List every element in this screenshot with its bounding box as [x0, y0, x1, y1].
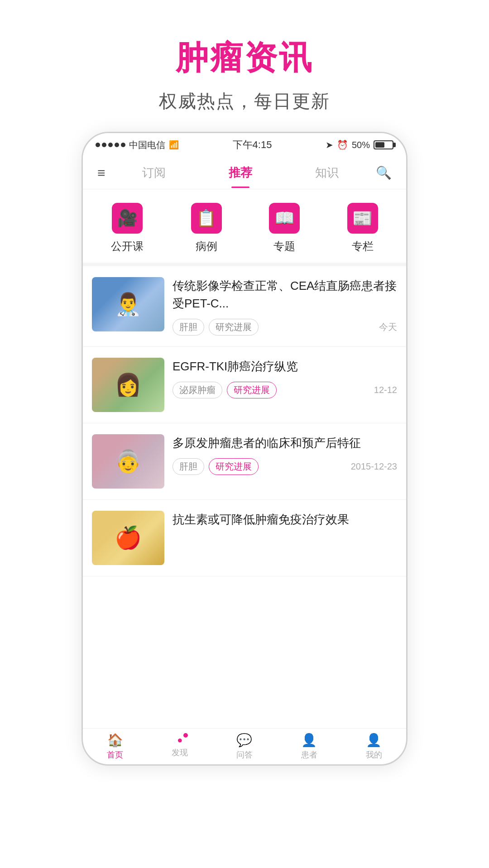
article-thumb-2: [92, 358, 164, 412]
tag-research-2: 研究进展: [227, 382, 277, 398]
article-meta-2: 泌尿肿瘤 研究进展 12-12: [173, 382, 397, 398]
topic-label: 专题: [273, 239, 295, 254]
qa-label: 问答: [236, 749, 253, 760]
tab-subscribe[interactable]: 订阅: [111, 165, 197, 181]
article-content-1: 传统影像学检查正常、CEA结直肠癌患者接受PET-C... 肝胆 研究进展 今天: [173, 277, 397, 336]
search-icon[interactable]: 🔍: [370, 165, 397, 180]
open-course-label: 公开课: [111, 239, 144, 254]
status-bar: 中国电信 📶 下午4:15 ➤ ⏰ 50%: [83, 133, 406, 157]
article-item-4[interactable]: 抗生素或可降低肿瘤免疫治疗效果: [83, 500, 406, 576]
signal-dots: [96, 143, 125, 147]
article-meta-3: 肝胆 研究进展 2015-12-23: [173, 458, 397, 475]
article-title-1: 传统影像学检查正常、CEA结直肠癌患者接受PET-C...: [173, 277, 397, 312]
bottom-nav: 🏠 首页 ● 发现 💬 问答 👤 患者 👤 我的: [83, 728, 406, 764]
phone-shell: 中国电信 📶 下午4:15 ➤ ⏰ 50% ≡ 订阅 推荐 知识 🔍 🎥 公开课…: [82, 132, 408, 766]
column-label: 专栏: [352, 239, 374, 254]
tab-knowledge[interactable]: 知识: [284, 165, 370, 181]
article-item-2[interactable]: EGFR-TKI肺癌治疗纵览 泌尿肿瘤 研究进展 12-12: [83, 347, 406, 423]
category-row: 🎥 公开课 📋 病例 📖 专题 📰 专栏: [83, 189, 406, 266]
tag-research-3: 研究进展: [209, 458, 259, 475]
tab-recommend[interactable]: 推荐: [197, 165, 284, 181]
article-date-1: 今天: [379, 321, 397, 333]
tag-urology-2: 泌尿肿瘤: [173, 382, 222, 398]
battery-text: 50%: [352, 140, 370, 150]
signal-dot-2: [102, 143, 106, 147]
article-item-3[interactable]: 多原发肿瘤患者的临床和预产后特征 肝胆 研究进展 2015-12-23: [83, 423, 406, 500]
category-topic[interactable]: 📖 专题: [269, 203, 300, 254]
page-subtitle: 权威热点，每日更新: [159, 89, 330, 114]
mine-icon: 👤: [366, 733, 382, 748]
patient-icon: 👤: [301, 733, 317, 748]
signal-dot-1: [96, 143, 100, 147]
status-right: ➤ ⏰ 50%: [326, 139, 393, 150]
bottom-nav-patient[interactable]: 👤 患者: [277, 729, 341, 764]
article-date-2: 12-12: [374, 385, 397, 395]
case-icon: 📋: [191, 203, 222, 234]
category-case[interactable]: 📋 病例: [191, 203, 222, 254]
article-title-3: 多原发肿瘤患者的临床和预产后特征: [173, 434, 397, 452]
discover-dot: [183, 733, 188, 738]
bottom-nav-home[interactable]: 🏠 首页: [83, 729, 148, 764]
tag-research-1: 研究进展: [209, 319, 259, 336]
article-thumb-3: [92, 434, 164, 489]
topic-icon: 📖: [269, 203, 300, 234]
article-thumb-4: [92, 511, 164, 565]
menu-icon[interactable]: ≡: [92, 165, 111, 181]
discover-label: 发现: [172, 747, 188, 758]
article-content-4: 抗生素或可降低肿瘤免疫治疗效果: [173, 511, 397, 535]
location-icon: ➤: [326, 139, 333, 150]
case-label: 病例: [196, 239, 217, 254]
page-header: 肿瘤资讯 权威热点，每日更新: [159, 0, 330, 132]
status-time: 下午4:15: [233, 138, 272, 152]
battery-fill: [375, 142, 384, 148]
category-column[interactable]: 📰 专栏: [347, 203, 378, 254]
open-course-icon: 🎥: [112, 203, 143, 234]
home-icon: 🏠: [107, 733, 123, 748]
status-left: 中国电信 📶: [96, 139, 179, 151]
category-open-course[interactable]: 🎥 公开课: [111, 203, 144, 254]
article-thumb-1: [92, 277, 164, 331]
article-content-3: 多原发肿瘤患者的临床和预产后特征 肝胆 研究进展 2015-12-23: [173, 434, 397, 475]
signal-dot-4: [115, 143, 119, 147]
column-icon: 📰: [347, 203, 378, 234]
article-list: 传统影像学检查正常、CEA结直肠癌患者接受PET-C... 肝胆 研究进展 今天…: [83, 266, 406, 728]
nav-tabs: ≡ 订阅 推荐 知识 🔍: [83, 157, 406, 189]
bottom-nav-discover[interactable]: ● 发现: [148, 729, 212, 764]
article-title-2: EGFR-TKI肺癌治疗纵览: [173, 358, 397, 375]
battery-bar: [374, 140, 393, 149]
article-title-4: 抗生素或可降低肿瘤免疫治疗效果: [173, 511, 397, 528]
signal-dot-3: [108, 143, 113, 147]
article-content-2: EGFR-TKI肺癌治疗纵览 泌尿肿瘤 研究进展 12-12: [173, 358, 397, 398]
article-date-3: 2015-12-23: [351, 461, 397, 472]
discover-icon: ●: [177, 735, 182, 745]
qa-icon: 💬: [236, 733, 252, 748]
mine-label: 我的: [366, 749, 382, 760]
carrier-label: 中国电信: [129, 139, 165, 151]
alarm-icon: ⏰: [337, 139, 348, 150]
patient-label: 患者: [301, 749, 317, 760]
article-item-1[interactable]: 传统影像学检查正常、CEA结直肠癌患者接受PET-C... 肝胆 研究进展 今天: [83, 266, 406, 347]
home-label: 首页: [107, 749, 123, 760]
bottom-nav-mine[interactable]: 👤 我的: [341, 729, 406, 764]
signal-dot-5: [121, 143, 125, 147]
wifi-icon: 📶: [169, 140, 179, 150]
page-title: 肿瘤资讯: [159, 36, 330, 80]
tag-liver-3: 肝胆: [173, 458, 204, 475]
article-meta-1: 肝胆 研究进展 今天: [173, 319, 397, 336]
tag-liver-1: 肝胆: [173, 319, 204, 336]
bottom-nav-qa[interactable]: 💬 问答: [212, 729, 277, 764]
